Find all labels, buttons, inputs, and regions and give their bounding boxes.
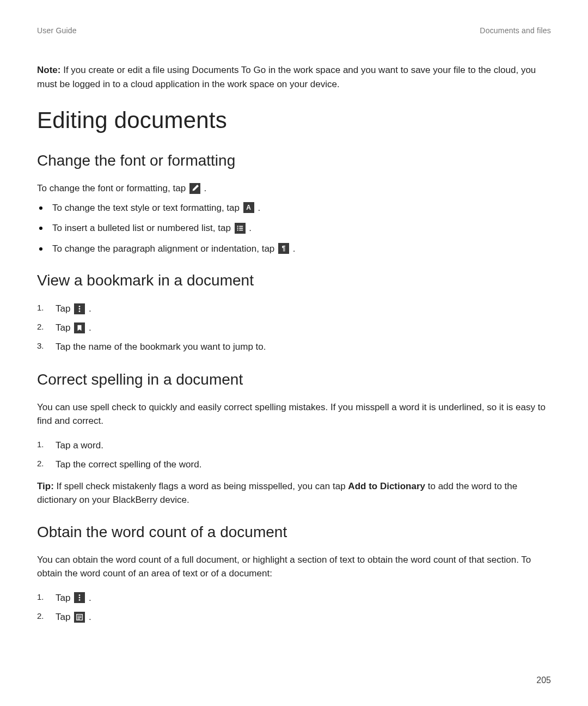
wordcount-step-1: 1. Tap . (37, 591, 551, 605)
bullet-list-insert: To insert a bulleted list or numbered li… (37, 221, 551, 235)
bullet-text-style: To change the text style or text formatt… (37, 201, 551, 215)
bookmark-step-2: 2. Tap . (37, 320, 551, 335)
list-icon (235, 223, 246, 234)
bookmark-steps: 1. Tap . 2. Tap . 3. Tap the name of the… (37, 301, 551, 355)
font-intro-post: . (204, 183, 207, 193)
svg-rect-1 (239, 226, 243, 227)
page-title: Editing documents (37, 107, 551, 133)
svg-rect-5 (239, 229, 243, 230)
bookmark-step-3: 3. Tap the name of the bookmark you want… (37, 339, 551, 354)
page-header: User Guide Documents and files (37, 26, 551, 35)
svg-point-11 (79, 599, 81, 601)
svg-rect-3 (239, 228, 243, 229)
font-intro-pre: To change the font or formatting, tap (37, 183, 188, 193)
bookmark-icon (74, 322, 85, 333)
svg-point-9 (79, 595, 81, 597)
text-style-icon: A (243, 202, 254, 213)
note-label: Note: (37, 65, 60, 75)
spell-step-2: 2. Tap the correct spelling of the word. (37, 457, 551, 472)
wordcount-step-2: 2. Tap . (37, 610, 551, 624)
paragraph-icon: ¶ (278, 243, 289, 254)
svg-point-2 (237, 227, 238, 228)
bookmark-step-1: 1. Tap . (37, 301, 551, 316)
svg-rect-13 (78, 616, 82, 616)
heading-wordcount: Obtain the word count of a document (37, 524, 551, 541)
heading-spelling: Correct spelling in a document (37, 371, 551, 388)
page-number: 205 (536, 675, 551, 685)
edit-icon (189, 183, 200, 194)
svg-point-4 (237, 229, 238, 230)
heading-bookmark: View a bookmark in a document (37, 272, 551, 289)
wordcount-intro: You can obtain the word count of a full … (37, 553, 551, 581)
svg-point-0 (237, 226, 238, 227)
svg-point-6 (79, 306, 81, 307)
note-paragraph: Note: If you create or edit a file using… (37, 63, 551, 91)
svg-point-8 (79, 310, 81, 312)
page: User Guide Documents and files Note: If … (0, 0, 588, 706)
wordcount-steps: 1. Tap . 2. Tap . (37, 591, 551, 624)
word-count-icon (74, 612, 85, 623)
font-intro: To change the font or formatting, tap . (37, 181, 551, 196)
bullet-paragraph: To change the paragraph alignment or ind… (37, 242, 551, 256)
more-icon (74, 303, 85, 314)
note-text: If you create or edit a file using Docum… (37, 65, 536, 89)
spell-intro: You can use spell check to quickly and e… (37, 400, 551, 428)
svg-point-7 (79, 308, 81, 309)
spell-step-1: 1. Tap a word. (37, 438, 551, 453)
spell-tip: Tip: If spell check mistakenly flags a w… (37, 479, 551, 507)
more-icon (74, 592, 85, 603)
font-bullets: To change the text style or text formatt… (37, 201, 551, 256)
add-to-dictionary-label: Add to Dictionary (348, 481, 425, 491)
heading-font: Change the font or formatting (37, 152, 551, 169)
header-right: Documents and files (480, 26, 551, 35)
spell-steps: 1. Tap a word. 2. Tap the correct spelli… (37, 438, 551, 472)
svg-point-10 (79, 597, 81, 599)
header-left: User Guide (37, 26, 77, 35)
svg-rect-14 (78, 617, 82, 618)
tip-label: Tip: (37, 481, 54, 491)
svg-rect-15 (78, 618, 80, 619)
